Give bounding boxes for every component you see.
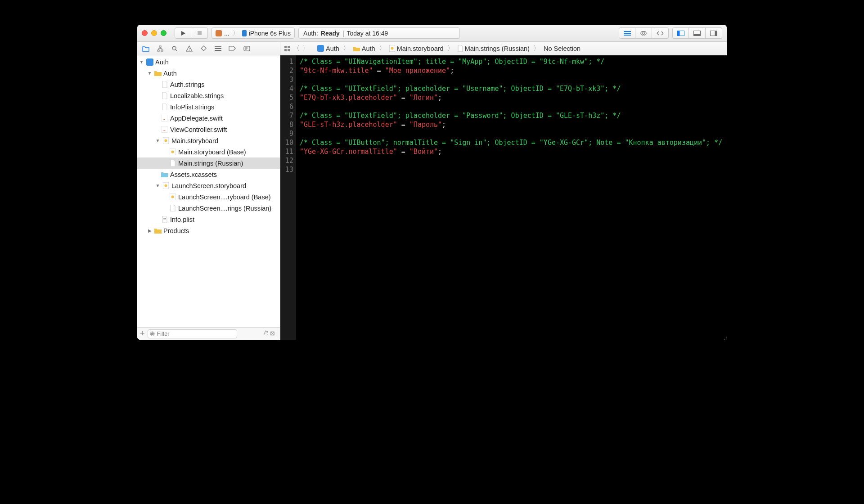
breakpoint-icon — [229, 46, 236, 51]
tree-label: Main.strings (Russian) — [178, 160, 243, 167]
nav-tree[interactable]: ▼Auth ▼Auth Auth.strings Localizable.str… — [137, 55, 280, 327]
svg-rect-23 — [215, 48, 221, 49]
toggle-navigator-button[interactable] — [672, 27, 689, 39]
tree-file[interactable]: ViewController.swift — [137, 124, 280, 135]
breakpoint-navigator-tab[interactable] — [226, 43, 238, 54]
file-icon — [170, 205, 176, 212]
tree-file[interactable]: Auth.strings — [137, 79, 280, 90]
tree-label: Info.plist — [170, 216, 194, 223]
svg-rect-33 — [317, 45, 324, 52]
svg-rect-32 — [288, 49, 290, 51]
chevron-right-icon: 〉 — [533, 44, 540, 53]
left-panel-icon — [677, 31, 684, 36]
assistant-editor-icon — [640, 30, 647, 36]
find-navigator-tab[interactable] — [169, 43, 180, 54]
tree-file[interactable]: LaunchScreen....ryboard (Base) — [137, 191, 280, 202]
related-items-icon — [284, 45, 290, 52]
code-area[interactable]: /* Class = "UINavigationItem"; title = "… — [296, 55, 727, 340]
svg-rect-2 — [216, 30, 222, 36]
project-navigator-tab[interactable] — [140, 43, 152, 54]
tree-label: Assets.xcassets — [170, 171, 217, 178]
report-navigator-tab[interactable] — [241, 43, 252, 54]
tree-folder-auth[interactable]: ▼Auth — [137, 68, 280, 79]
toggle-debug-button[interactable] — [689, 27, 706, 39]
svg-line-19 — [176, 50, 177, 51]
project-navigator: ▼Auth ▼Auth Auth.strings Localizable.str… — [137, 55, 280, 340]
tree-plist[interactable]: Info.plist — [137, 214, 280, 225]
file-icon — [170, 160, 176, 166]
test-navigator-tab[interactable] — [198, 43, 209, 54]
tree-assets[interactable]: Assets.xcassets — [137, 169, 280, 180]
zoom-window-button[interactable] — [161, 30, 166, 36]
crumb-storyboard[interactable]: Main.storyboard — [389, 45, 444, 52]
tree-label: LaunchScreen....ryboard (Base) — [178, 194, 271, 201]
titlebar: ... 〉 iPhone 6s Plus Auth: Ready | Today… — [137, 25, 727, 42]
swift-icon — [162, 115, 167, 122]
minimize-window-button[interactable] — [151, 30, 157, 36]
xcode-window: ... 〉 iPhone 6s Plus Auth: Ready | Today… — [137, 25, 727, 340]
activity-status: Ready — [321, 30, 340, 37]
close-window-button[interactable] — [142, 30, 148, 36]
stop-icon — [197, 31, 202, 36]
svg-rect-22 — [215, 46, 221, 47]
tree-file[interactable]: InfoPlist.strings — [137, 101, 280, 112]
scheme-selector[interactable]: ... 〉 iPhone 6s Plus — [212, 27, 295, 39]
crumb-project[interactable]: Auth — [317, 45, 339, 52]
report-icon — [243, 46, 250, 51]
tree-launchscreen[interactable]: ▼LaunchScreen.storyboard — [137, 180, 280, 191]
svg-rect-15 — [159, 46, 161, 47]
line-gutter: 12345678910111213 — [280, 55, 296, 340]
filter-input[interactable] — [148, 329, 237, 338]
crumb-strings[interactable]: Main.strings (Russian) — [458, 45, 530, 52]
svg-point-18 — [172, 46, 176, 50]
scm-filter-icon[interactable]: ⊠ — [270, 330, 275, 337]
crumb-folder[interactable]: Auth — [353, 45, 375, 52]
debug-navigator-tab[interactable] — [212, 43, 224, 54]
run-button[interactable] — [175, 27, 191, 39]
svg-rect-47 — [163, 218, 166, 219]
tree-file[interactable]: Main.storyboard (Base) — [137, 146, 280, 158]
tree-label: Main.storyboard — [171, 137, 218, 144]
tree-label: Auth — [155, 58, 169, 66]
tree-file-selected[interactable]: Main.strings (Russian) — [137, 158, 280, 169]
version-editor-button[interactable] — [652, 27, 669, 39]
folder-icon — [154, 228, 162, 234]
svg-rect-31 — [284, 49, 287, 51]
activity-sep: | — [342, 30, 344, 37]
tree-label: Auth.strings — [170, 81, 205, 88]
tree-storyboard[interactable]: ▼Main.storyboard — [137, 135, 280, 146]
file-icon — [162, 104, 167, 110]
toggle-utilities-button[interactable] — [706, 27, 722, 39]
add-button[interactable]: + — [140, 329, 145, 338]
forward-button[interactable]: 〉 — [302, 44, 309, 53]
standard-editor-button[interactable] — [619, 27, 635, 39]
svg-rect-17 — [161, 50, 163, 51]
crumb-selection[interactable]: No Selection — [544, 45, 580, 52]
device-icon — [242, 30, 247, 36]
back-button[interactable]: 〈 — [293, 44, 300, 53]
tree-file[interactable]: LaunchScreen....rings (Russian) — [137, 202, 280, 214]
storyboard-icon — [170, 148, 176, 155]
tree-products[interactable]: ▶Products — [137, 225, 280, 236]
assistant-editor-button[interactable] — [635, 27, 652, 39]
tree-file[interactable]: Localizable.strings — [137, 90, 280, 101]
symbol-navigator-tab[interactable] — [154, 43, 166, 54]
tree-label: InfoPlist.strings — [170, 104, 214, 111]
diamond-icon — [201, 45, 207, 51]
source-editor[interactable]: 12345678910111213 /* Class = "UINavigati… — [280, 55, 727, 340]
jump-bar[interactable]: 〈 〉 Auth 〉 Auth 〉 Main.storyboard 〉 Main… — [280, 42, 727, 55]
storyboard-icon — [170, 194, 176, 200]
svg-point-35 — [391, 47, 393, 50]
tree-file[interactable]: AppDelegate.swift — [137, 112, 280, 124]
svg-rect-1 — [198, 31, 202, 35]
secondary-toolbar: 〈 〉 Auth 〉 Auth 〉 Main.storyboard 〉 Main… — [137, 42, 727, 55]
svg-rect-24 — [215, 50, 221, 51]
right-panel-icon — [710, 31, 717, 36]
search-icon — [171, 45, 178, 52]
stop-button[interactable] — [191, 27, 208, 39]
storyboard-icon — [389, 45, 395, 52]
svg-marker-0 — [181, 31, 185, 36]
tree-project[interactable]: ▼Auth — [137, 56, 280, 68]
clock-icon[interactable]: ⏱ — [263, 330, 269, 337]
issue-navigator-tab[interactable] — [183, 43, 195, 54]
